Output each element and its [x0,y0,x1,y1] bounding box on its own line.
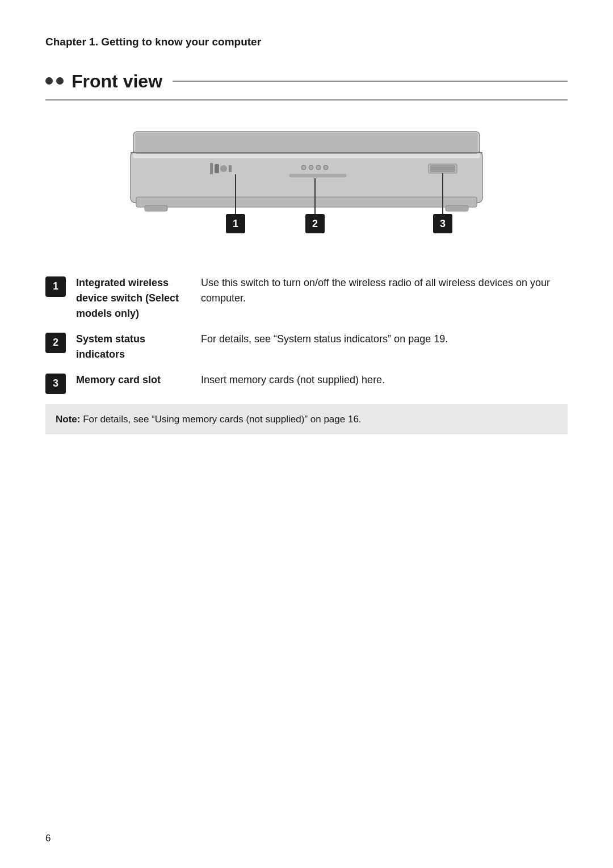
svg-rect-2 [136,197,477,207]
callout-item-3: 3 Memory card slot Insert memory cards (… [45,372,568,394]
callout-desc-2: For details, see “System status indicato… [201,332,568,347]
svg-point-15 [324,165,328,170]
dot-1 [45,77,53,85]
callout-desc-1: Use this switch to turn on/off the wirel… [201,275,568,306]
svg-text:3: 3 [440,218,446,229]
svg-text:1: 1 [233,218,238,229]
callout-number-2: 2 [45,333,66,353]
chapter-title: Chapter 1. Getting to know your computer [45,34,568,51]
svg-rect-9 [215,164,219,173]
laptop-svg: 1 2 3 [114,118,499,253]
note-prefix: Note: [56,414,80,425]
svg-rect-11 [229,165,232,172]
svg-rect-16 [289,174,346,177]
note-box: Note: For details, see “Using memory car… [45,404,568,435]
svg-rect-6 [135,133,478,152]
svg-point-13 [309,165,313,170]
page-number: 6 [45,831,51,846]
callout-desc-3: Insert memory cards (not supplied) here. [201,372,568,388]
dot-2 [56,77,64,85]
callout-list: 1 Integrated wireless device switch (Sel… [45,275,568,394]
callout-label-2: System status indicators [76,332,201,362]
svg-rect-3 [145,206,167,211]
callout-item-2: 2 System status indicators For details, … [45,332,568,362]
section-header-dots [45,77,64,85]
section-divider [173,81,568,82]
callout-number-3: 3 [45,374,66,394]
section-header: Front view [45,68,568,100]
svg-point-12 [301,165,306,170]
callout-number-1: 1 [45,276,66,297]
laptop-illustration: 1 2 3 [45,118,568,253]
callout-item-1: 1 Integrated wireless device switch (Sel… [45,275,568,321]
svg-rect-8 [210,163,213,174]
svg-point-14 [316,165,321,170]
callout-label-1: Integrated wireless device switch (Selec… [76,275,201,321]
section-title: Front view [72,68,162,95]
svg-rect-4 [446,206,468,211]
svg-rect-10 [220,165,227,172]
svg-text:2: 2 [312,218,318,229]
page-content: Chapter 1. Getting to know your computer… [0,0,613,485]
note-text: For details, see “Using memory cards (no… [80,414,361,425]
callout-label-3: Memory card slot [76,372,201,388]
svg-rect-18 [430,165,455,172]
